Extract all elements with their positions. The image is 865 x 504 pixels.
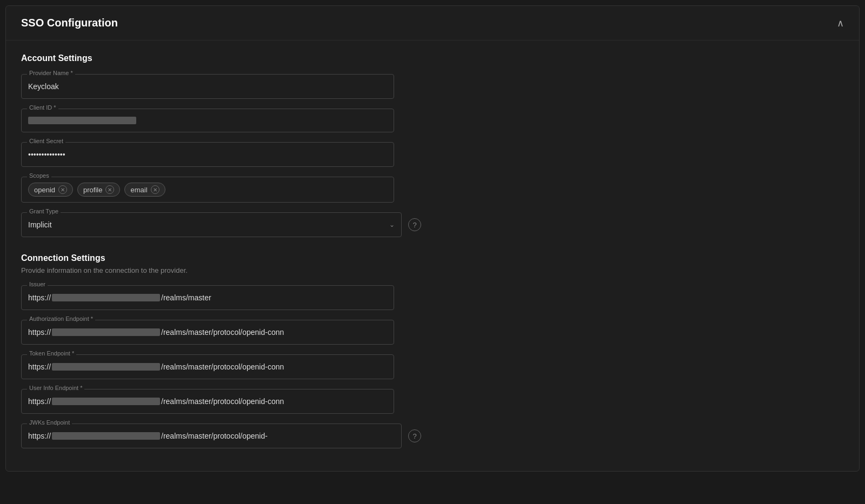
jwks-endpoint-input[interactable]: https:// /realms/master/protocol/openid- [22,424,401,448]
grant-type-select-wrapper: Implicit Authorization Code Client Crede… [22,213,401,237]
issuer-wrapper: Issuer https:// /realms/master [21,285,394,310]
scope-tag-email: email ✕ [124,183,165,197]
issuer-input[interactable]: https:// /realms/master [22,286,394,310]
jwks-endpoint-help-icon[interactable]: ? [408,429,421,442]
client-secret-wrapper: Client Secret [21,142,394,167]
token-endpoint-wrapper: Token Endpoint * https:// /realms/master… [21,354,394,379]
issuer-field: Issuer https:// /realms/master [21,285,394,310]
grant-type-label: Grant Type [27,208,61,214]
issuer-suffix: /realms/master [161,293,211,302]
client-id-label: Client ID * [27,104,58,111]
grant-type-field: Grant Type Implicit Authorization Code C… [21,212,844,237]
scopes-container: openid ✕ profile ✕ email ✕ [22,177,394,202]
provider-name-field: Provider Name * [21,74,394,99]
scope-tag-openid: openid ✕ [28,183,73,197]
client-id-field: Client ID * [21,109,394,132]
scopes-wrapper: Scopes openid ✕ profile ✕ email ✕ [21,177,394,203]
jwks-endpoint-label: JWKs Endpoint [27,419,72,426]
scope-tag-openid-label: openid [34,186,55,194]
scopes-field: Scopes openid ✕ profile ✕ email ✕ [21,177,394,203]
auth-endpoint-wrapper: Authorization Endpoint * https:// /realm… [21,320,394,345]
jwks-endpoint-wrapper: JWKs Endpoint https:// /realms/master/pr… [21,424,402,448]
scope-remove-email[interactable]: ✕ [151,185,159,194]
auth-endpoint-prefix: https:// [28,328,51,337]
token-endpoint-prefix: https:// [28,362,51,371]
scope-tag-profile-label: profile [83,186,102,194]
sso-configuration-panel: SSO Configuration ∧ Account Settings Pro… [5,5,860,472]
user-info-endpoint-prefix: https:// [28,397,51,406]
token-endpoint-suffix: /realms/master/protocol/openid-conn [161,362,284,371]
token-endpoint-field: Token Endpoint * https:// /realms/master… [21,354,394,379]
issuer-prefix: https:// [28,293,51,302]
user-info-endpoint-input[interactable]: https:// /realms/master/protocol/openid-… [22,389,394,413]
page-title: SSO Configuration [21,17,118,29]
scope-remove-profile[interactable]: ✕ [105,185,114,194]
connection-settings-section: Connection Settings Provide information … [21,253,844,448]
token-endpoint-redacted [52,363,160,371]
client-secret-field: Client Secret [21,142,394,167]
auth-endpoint-suffix: /realms/master/protocol/openid-conn [161,328,284,337]
provider-name-input[interactable] [22,75,394,98]
account-settings-title: Account Settings [21,53,844,63]
scope-tag-email-label: email [130,186,147,194]
jwks-endpoint-suffix: /realms/master/protocol/openid- [161,432,268,440]
issuer-redacted [52,294,160,301]
user-info-endpoint-suffix: /realms/master/protocol/openid-conn [161,397,284,406]
panel-header: SSO Configuration ∧ [6,6,859,41]
jwks-endpoint-redacted [52,432,160,440]
user-info-endpoint-redacted [52,398,160,405]
jwks-endpoint-field: JWKs Endpoint https:// /realms/master/pr… [21,424,844,448]
client-id-input[interactable] [22,109,394,132]
jwks-endpoint-prefix: https:// [28,432,51,440]
scope-remove-openid[interactable]: ✕ [58,185,67,194]
auth-endpoint-label: Authorization Endpoint * [27,315,95,322]
client-secret-label: Client Secret [27,138,65,144]
client-id-redacted [28,117,136,124]
issuer-label: Issuer [27,281,48,287]
token-endpoint-input[interactable]: https:// /realms/master/protocol/openid-… [22,355,394,379]
grant-type-help-icon[interactable]: ? [408,218,421,231]
scope-tag-profile: profile ✕ [77,183,120,197]
auth-endpoint-redacted [52,328,160,336]
collapse-button[interactable]: ∧ [837,17,844,29]
connection-settings-subtitle: Provide information on the connection to… [21,266,844,274]
user-info-endpoint-field: User Info Endpoint * https:// /realms/ma… [21,389,394,414]
client-id-wrapper: Client ID * [21,109,394,132]
auth-endpoint-field: Authorization Endpoint * https:// /realm… [21,320,394,345]
provider-name-label: Provider Name * [27,70,75,76]
form-content: Account Settings Provider Name * Client … [6,41,859,471]
connection-settings-title: Connection Settings [21,253,844,263]
client-secret-input[interactable] [22,143,394,166]
grant-type-row: Grant Type Implicit Authorization Code C… [21,212,421,237]
grant-type-select[interactable]: Implicit Authorization Code Client Crede… [22,213,401,237]
user-info-endpoint-label: User Info Endpoint * [27,385,84,391]
scopes-label: Scopes [27,172,51,179]
token-endpoint-label: Token Endpoint * [27,350,76,357]
grant-type-wrapper: Grant Type Implicit Authorization Code C… [21,212,402,237]
auth-endpoint-input[interactable]: https:// /realms/master/protocol/openid-… [22,320,394,344]
user-info-endpoint-wrapper: User Info Endpoint * https:// /realms/ma… [21,389,394,414]
jwks-endpoint-row: JWKs Endpoint https:// /realms/master/pr… [21,424,421,448]
provider-name-wrapper: Provider Name * [21,74,394,99]
